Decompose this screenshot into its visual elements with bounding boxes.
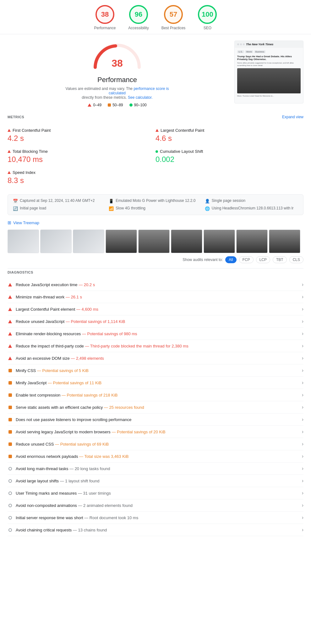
metric-fcp-name: First Contentful Paint xyxy=(8,128,156,133)
audit-minify-css-chevron: › xyxy=(302,368,303,373)
filter-all[interactable]: All xyxy=(225,256,236,263)
audit-third-party-text: Reduce the impact of third-party code — … xyxy=(16,344,299,348)
audit-server-response-icon xyxy=(8,516,13,519)
metric-lcp-name: Largest Contentful Paint xyxy=(156,128,303,133)
audit-unused-js[interactable]: Reduce unused JavaScript — Potential sav… xyxy=(8,315,303,328)
audit-text-compression[interactable]: Enable text compression — Potential savi… xyxy=(8,389,303,401)
performance-label: Performance xyxy=(94,26,116,30)
audit-user-timing-text: User Timing marks and measures — 31 user… xyxy=(16,491,299,496)
audit-minify-css-text: Minify CSS — Potential savings of 5 KiB xyxy=(16,368,299,373)
score-seo[interactable]: 100 SEO xyxy=(198,5,217,30)
perf-desc-text: Values are estimated and may vary. The xyxy=(66,86,133,91)
metrics-header-row: METRICS Expand view xyxy=(8,115,303,121)
user-icon: 👤 xyxy=(205,199,210,203)
audit-cache-policy-text: Serve static assets with an efficient ca… xyxy=(16,405,299,410)
metric-lcp: Largest Contentful Paint 4.6 s xyxy=(156,125,303,146)
audit-lcp-element-icon xyxy=(8,308,13,311)
screenshot-thumbnail: The New York Times U.S. World Business T… xyxy=(234,41,303,103)
main-content: 38 Performance Values are estimated and … xyxy=(0,34,311,542)
treemap-link[interactable]: ⊞ View Treemap xyxy=(8,220,303,225)
audit-cache-policy-icon xyxy=(8,406,13,409)
metric-lcp-icon xyxy=(156,129,159,132)
svg-text:38: 38 xyxy=(112,58,123,69)
audit-reduce-js[interactable]: Reduce JavaScript execution time — 20.2 … xyxy=(8,279,303,291)
metrics-grid: First Contentful Paint 4.2 s Largest Con… xyxy=(8,125,303,188)
audit-legacy-js[interactable]: Avoid serving legacy JavaScript to moder… xyxy=(8,426,303,438)
audit-critical-requests[interactable]: Avoid chaining critical requests — 13 ch… xyxy=(8,524,303,536)
audit-lcp-element[interactable]: Largest Contentful Paint element — 4,600… xyxy=(8,303,303,315)
gauge-container: 38 xyxy=(92,41,142,72)
audit-lcp-element-text: Largest Contentful Paint element — 4,600… xyxy=(16,307,299,312)
audit-third-party-chevron: › xyxy=(302,343,303,349)
thumb-dot-1 xyxy=(237,43,239,45)
legend-range-50-89: 50–89 xyxy=(112,103,123,107)
info-session-text: Single page session xyxy=(212,198,245,203)
audit-unused-js-chevron: › xyxy=(302,319,303,324)
audit-network-payloads-text: Avoid enormous network payloads — Total … xyxy=(16,454,299,459)
globe-icon: 🌐 xyxy=(205,206,210,211)
audit-render-blocking[interactable]: Eliminate render-blocking resources — Po… xyxy=(8,328,303,340)
audit-cache-policy[interactable]: Serve static assets with an efficient ca… xyxy=(8,401,303,414)
filter-fcp[interactable]: FCP xyxy=(239,256,254,263)
thumb-small-3 xyxy=(73,230,104,253)
audit-legacy-js-icon xyxy=(8,430,13,434)
audit-dom-size[interactable]: Avoid an excessive DOM size — 2,498 elem… xyxy=(8,352,303,364)
thumb-small-8 xyxy=(236,230,268,253)
legend-range-0-49: 0–49 xyxy=(93,103,101,107)
expand-view-button[interactable]: Expand view xyxy=(282,115,303,119)
audit-network-payloads[interactable]: Avoid enormous network payloads — Total … xyxy=(8,450,303,463)
score-performance[interactable]: 38 Performance xyxy=(94,5,116,30)
audit-network-payloads-icon xyxy=(8,455,13,458)
audit-passive-listeners[interactable]: Does not use passive listeners to improv… xyxy=(8,414,303,426)
audit-server-response[interactable]: Initial server response time was short —… xyxy=(8,512,303,524)
audit-long-tasks[interactable]: Avoid long main-thread tasks — 20 long t… xyxy=(8,463,303,475)
metric-si-value: 8.3 s xyxy=(8,176,156,185)
perf-title: Performance xyxy=(97,76,137,84)
filter-lcp[interactable]: LCP xyxy=(256,256,270,263)
audit-legacy-js-chevron: › xyxy=(302,429,303,435)
audit-unused-css-text: Reduce unused CSS — Potential savings of… xyxy=(16,442,299,447)
metric-tbt-value: 10,470 ms xyxy=(8,155,156,164)
audit-third-party[interactable]: Reduce the impact of third-party code — … xyxy=(8,340,303,352)
filter-tbt[interactable]: TBT xyxy=(273,256,287,263)
thumb-small-2 xyxy=(40,230,72,253)
accessibility-label: Accessibility xyxy=(128,26,149,30)
audit-animations[interactable]: Avoid non-composited animations — 2 anim… xyxy=(8,499,303,512)
device-icon: 📱 xyxy=(109,199,114,203)
thumb-small-7 xyxy=(204,230,235,253)
audit-unused-js-text: Reduce unused JavaScript — Potential sav… xyxy=(16,319,299,324)
audit-text-compression-chevron: › xyxy=(302,392,303,398)
thumb-site-name: The New York Times xyxy=(246,43,273,46)
filter-cls[interactable]: CLS xyxy=(289,256,303,263)
audit-minify-css[interactable]: Minify CSS — Potential savings of 5 KiB … xyxy=(8,364,303,377)
perf-desc: Values are estimated and may vary. The p… xyxy=(61,86,174,100)
calendar-icon: 📅 xyxy=(13,199,18,203)
perf-desc-mid: directly from these metrics. xyxy=(82,95,127,100)
metric-fcp-value: 4.2 s xyxy=(8,134,156,143)
calculator-link[interactable]: See calculator. xyxy=(128,95,153,100)
thumb-dot-2 xyxy=(240,43,242,45)
audit-minify-js-text: Minify JavaScript — Potential savings of… xyxy=(16,380,299,385)
audit-server-response-text: Initial server response time was short —… xyxy=(16,515,299,520)
audit-minify-js[interactable]: Minify JavaScript — Potential savings of… xyxy=(8,377,303,389)
score-accessibility[interactable]: 96 Accessibility xyxy=(128,5,149,30)
info-session: 👤 Single page session xyxy=(205,198,298,203)
score-best-practices[interactable]: 57 Best Practices xyxy=(161,5,186,30)
audit-dom-size-icon xyxy=(8,357,13,360)
signal-icon: 📶 xyxy=(109,206,114,211)
audit-user-timing[interactable]: User Timing marks and measures — 31 user… xyxy=(8,487,303,499)
audit-layout-shifts[interactable]: Avoid large layout shifts — 1 layout shi… xyxy=(8,475,303,487)
audit-animations-text: Avoid non-composited animations — 2 anim… xyxy=(16,503,299,508)
performance-circle: 38 xyxy=(95,5,114,24)
audit-long-tasks-icon xyxy=(8,467,13,470)
audit-minify-css-icon xyxy=(8,369,13,372)
audit-reduce-js-text: Reduce JavaScript execution time — 20.2 … xyxy=(16,282,299,287)
audit-unused-css[interactable]: Reduce unused CSS — Potential savings of… xyxy=(8,438,303,450)
audit-minimize-main[interactable]: Minimize main-thread work — 26.1 s › xyxy=(8,291,303,303)
metric-cls-name: Cumulative Layout Shift xyxy=(156,149,303,154)
thumb-article-title: Trump Says He Had a Great Debate. His Al… xyxy=(237,55,301,61)
audit-render-blocking-text: Eliminate render-blocking resources — Po… xyxy=(16,331,299,336)
info-device: 📱 Emulated Moto G Power with Lighthouse … xyxy=(109,198,202,203)
audit-long-tasks-chevron: › xyxy=(302,466,303,471)
metric-cls: Cumulative Layout Shift 0.002 xyxy=(156,146,303,167)
